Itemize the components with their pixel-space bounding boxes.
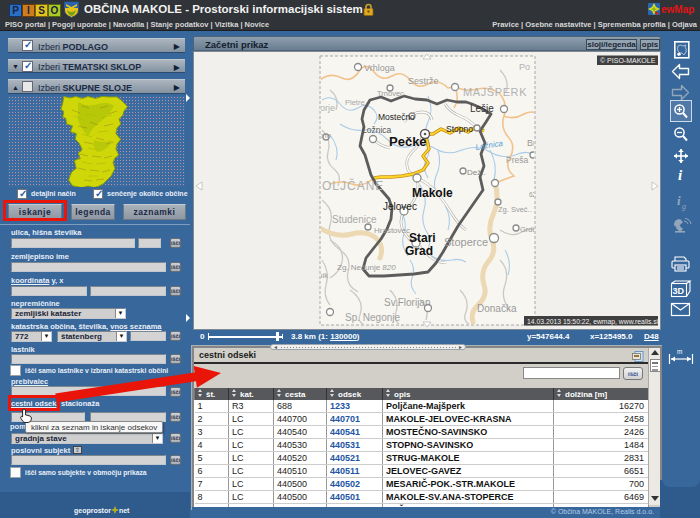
svg-text:m: m (677, 348, 682, 355)
svg-text:Dež..: Dež.. (467, 168, 486, 177)
svg-text:Sp. Negonje: Sp. Negonje (345, 312, 400, 323)
svg-text:orje: orje (320, 103, 335, 113)
svg-text:g: g (682, 202, 686, 211)
svg-text:Ložnica: Ložnica (362, 125, 392, 135)
svg-text:Zg. Nečunje 820: Zg. Nečunje 820 (337, 263, 396, 272)
svg-text:Zg. Sveč..: Zg. Sveč.. (498, 205, 532, 214)
svg-text:62.: 62. (529, 191, 538, 198)
svg-text:OLJČANE: OLJČANE (322, 178, 384, 193)
svg-text:Pečke: Pečke (389, 134, 427, 149)
svg-text:Grdina: Grdina (520, 225, 543, 234)
svg-text:Stari: Stari (409, 231, 436, 245)
svg-text:Studenice: Studenice (332, 214, 377, 225)
svg-text:Mostečno: Mostečno (378, 112, 415, 122)
svg-text:Po: Po (519, 62, 530, 72)
svg-text:14.03.2013 15:50:22, ewmap, ww: 14.03.2013 15:50:22, ewmap, www.realis.s… (527, 318, 659, 326)
svg-text:Preša: Preša (506, 155, 528, 165)
svg-text:Grad: Grad (405, 244, 433, 258)
svg-text:Donačka: Donačka (477, 303, 517, 314)
svg-text:MAJŠPERK: MAJŠPERK (463, 86, 527, 98)
svg-text:Hrastovec: Hrastovec (374, 226, 410, 235)
svg-text:Stoperce: Stoperce (444, 236, 488, 248)
svg-text:Pletre: Pletre (345, 98, 365, 107)
svg-text:Sestrže: Sestrže (408, 76, 439, 86)
svg-text:Vrhloga: Vrhloga (364, 63, 395, 73)
svg-text:3D: 3D (673, 286, 685, 296)
svg-text:Sv.Florijan: Sv.Florijan (384, 297, 431, 308)
svg-text:Trnovec: Trnovec (377, 89, 404, 98)
svg-text:Makole: Makole (412, 186, 453, 200)
svg-text:i: i (677, 193, 681, 208)
svg-text:i: i (678, 167, 683, 183)
svg-text:© PISO-MAKOLE: © PISO-MAKOLE (600, 57, 656, 64)
svg-text:Jelovec: Jelovec (383, 201, 417, 212)
svg-text:Lešje: Lešje (470, 103, 494, 114)
svg-text:Stopno: Stopno (446, 124, 473, 134)
